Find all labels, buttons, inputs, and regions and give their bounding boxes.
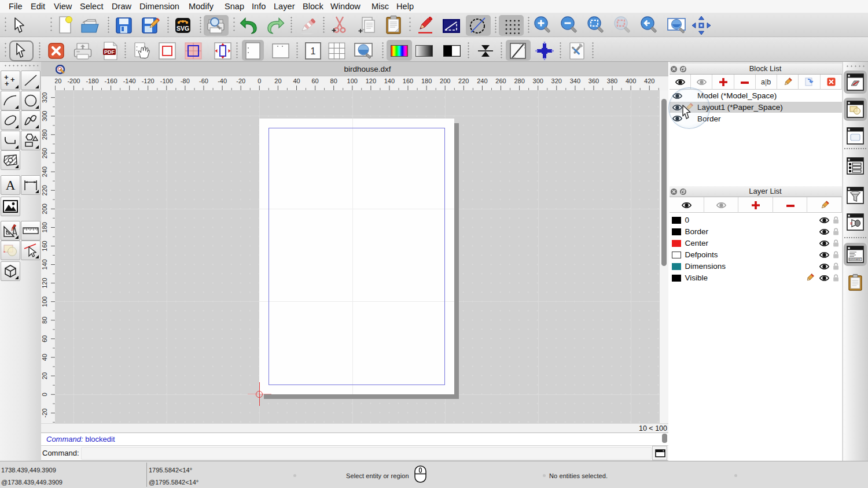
svg-text:140: 140 xyxy=(41,259,48,269)
svg-text:120: 120 xyxy=(366,77,376,84)
svg-text:140: 140 xyxy=(384,77,395,84)
svg-text:260: 260 xyxy=(41,147,48,158)
svg-text:-160: -160 xyxy=(105,77,117,84)
svg-text:0: 0 xyxy=(258,77,261,84)
svg-text:360: 360 xyxy=(589,77,599,84)
svg-text:20: 20 xyxy=(41,372,48,379)
svg-text:-40: -40 xyxy=(218,77,227,84)
svg-text:-140: -140 xyxy=(123,77,136,84)
svg-text:280: 280 xyxy=(514,77,524,84)
svg-text:160: 160 xyxy=(41,241,48,251)
svg-text:320: 320 xyxy=(551,77,562,84)
svg-text:40: 40 xyxy=(41,353,48,360)
svg-text:300: 300 xyxy=(533,77,543,84)
svg-text:240: 240 xyxy=(41,166,48,176)
svg-text:120: 120 xyxy=(41,278,48,288)
svg-text:80: 80 xyxy=(330,77,337,84)
svg-text:200: 200 xyxy=(440,77,450,84)
svg-text:-20: -20 xyxy=(236,77,245,84)
svg-text:180: 180 xyxy=(421,77,432,84)
svg-text:SVG: SVG xyxy=(176,25,189,32)
svg-text:1: 1 xyxy=(311,46,316,56)
svg-text:300: 300 xyxy=(41,110,48,121)
svg-text:200: 200 xyxy=(41,204,48,214)
svg-text:-180: -180 xyxy=(86,77,98,84)
svg-text:340: 340 xyxy=(570,77,580,84)
svg-text:220: 220 xyxy=(41,185,48,195)
svg-text:220: 220 xyxy=(458,77,469,84)
svg-text:280: 280 xyxy=(41,129,48,139)
svg-text:160: 160 xyxy=(403,77,413,84)
svg-text:-60: -60 xyxy=(199,77,208,84)
svg-text:-220: -220 xyxy=(55,77,61,84)
svg-text:100: 100 xyxy=(347,77,358,84)
svg-text:40: 40 xyxy=(293,77,300,84)
svg-text:PDF: PDF xyxy=(104,49,115,55)
svg-text:20: 20 xyxy=(274,77,281,84)
svg-text:A: A xyxy=(6,178,16,192)
svg-text:-80: -80 xyxy=(181,77,190,84)
svg-text:60: 60 xyxy=(311,77,318,84)
svg-text:260: 260 xyxy=(495,77,506,84)
svg-text:400: 400 xyxy=(626,77,636,84)
svg-text:-100: -100 xyxy=(160,77,173,84)
svg-text:320: 320 xyxy=(41,92,48,102)
svg-text:100: 100 xyxy=(41,296,48,306)
svg-text:+: + xyxy=(10,75,15,84)
svg-text:60: 60 xyxy=(41,335,48,342)
svg-text:-120: -120 xyxy=(142,77,155,84)
svg-text:80: 80 xyxy=(41,316,48,323)
svg-text:command: command xyxy=(849,258,860,261)
svg-text:380: 380 xyxy=(607,77,617,84)
svg-text:180: 180 xyxy=(41,222,48,232)
svg-text:+: + xyxy=(5,79,9,87)
svg-text:-20: -20 xyxy=(41,408,48,417)
svg-text:240: 240 xyxy=(477,77,487,84)
svg-text:-200: -200 xyxy=(67,77,80,84)
svg-text:420: 420 xyxy=(644,77,654,84)
svg-text:0: 0 xyxy=(41,393,48,396)
